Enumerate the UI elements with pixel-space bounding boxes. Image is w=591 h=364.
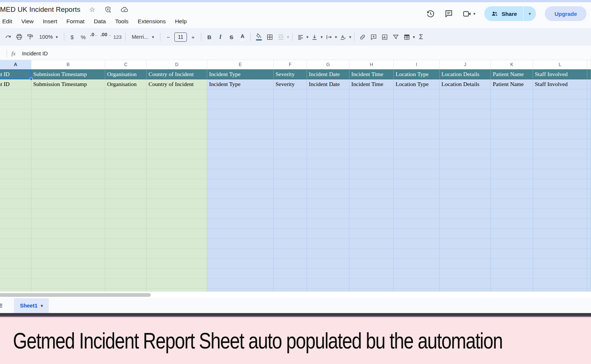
- grid-cell-B8[interactable]: [31, 139, 105, 149]
- merge-cells-button[interactable]: [276, 32, 286, 42]
- grid-cell-E3[interactable]: [207, 89, 274, 99]
- formula-input[interactable]: Incident ID: [22, 51, 48, 56]
- grid-cell-H21[interactable]: [349, 269, 394, 279]
- column-header-partial[interactable]: [587, 60, 591, 69]
- grid-cell-F12[interactable]: [274, 179, 307, 189]
- grid-cell-L8[interactable]: [533, 139, 587, 149]
- grid-cell-F20[interactable]: [274, 259, 307, 269]
- grid-cell-E21[interactable]: [207, 269, 274, 279]
- grid-cell-L6[interactable]: [533, 119, 587, 129]
- grid-cell-D14[interactable]: [147, 199, 207, 209]
- grid-cell-G14[interactable]: [307, 199, 349, 209]
- vertical-align-button[interactable]: [310, 32, 320, 42]
- grid-cell-K9[interactable]: [491, 149, 533, 159]
- grid-cell-D21[interactable]: [147, 269, 207, 279]
- grid-cell-B13[interactable]: [31, 189, 105, 199]
- grid-cell-K4[interactable]: [491, 99, 533, 109]
- grid-cell-I8[interactable]: [394, 139, 440, 149]
- grid-cell-I16[interactable]: [394, 219, 440, 229]
- grid-cell-C8[interactable]: [105, 139, 147, 149]
- menu-help[interactable]: Help: [174, 17, 188, 25]
- grid-cell-K16[interactable]: [491, 219, 533, 229]
- grid-cell-E2[interactable]: Incident Type: [207, 79, 274, 89]
- grid-cell-A19[interactable]: [0, 249, 31, 259]
- borders-button[interactable]: [265, 32, 275, 42]
- grid-cell-K3[interactable]: [491, 89, 533, 99]
- grid-cell-G7[interactable]: [307, 129, 349, 139]
- grid-cell-F9[interactable]: [274, 149, 307, 159]
- text-rotation-button[interactable]: [338, 32, 348, 42]
- grid-cell-C21[interactable]: [105, 269, 147, 279]
- grid-cell-A11[interactable]: [0, 169, 31, 179]
- upgrade-button[interactable]: Upgrade: [545, 6, 587, 21]
- comment-history-icon[interactable]: [444, 9, 454, 18]
- column-header-L[interactable]: L: [533, 60, 587, 69]
- grid-cell-M9[interactable]: [587, 149, 591, 159]
- grid-cell-G1[interactable]: Incident Date: [307, 69, 349, 79]
- grid-cell-J16[interactable]: [440, 219, 491, 229]
- grid-cell-D15[interactable]: [147, 209, 207, 219]
- grid-cell-M15[interactable]: [587, 209, 591, 219]
- grid-cell-G20[interactable]: [307, 259, 349, 269]
- grid-cell-J18[interactable]: [440, 239, 491, 249]
- grid-cell-K12[interactable]: [491, 179, 533, 189]
- grid-cell-F18[interactable]: [274, 239, 307, 249]
- share-caret-button[interactable]: ▾: [523, 6, 536, 21]
- grid-cell-K11[interactable]: [491, 169, 533, 179]
- grid-cell-G13[interactable]: [307, 189, 349, 199]
- fill-color-button[interactable]: [254, 32, 264, 42]
- grid-cell-I5[interactable]: [394, 109, 440, 119]
- text-wrap-caret-icon[interactable]: ▾: [335, 35, 337, 39]
- grid-cell-E19[interactable]: [207, 249, 274, 259]
- grid-cell-C22[interactable]: [105, 279, 147, 289]
- grid-cell-A4[interactable]: [0, 99, 31, 109]
- grid-cell-K14[interactable]: [491, 199, 533, 209]
- grid-cell-G18[interactable]: [307, 239, 349, 249]
- grid-cell-H15[interactable]: [349, 209, 394, 219]
- grid-cell-A8[interactable]: [0, 139, 31, 149]
- grid-cell-G11[interactable]: [307, 169, 349, 179]
- grid-cell-I20[interactable]: [394, 259, 440, 269]
- zoom-selector[interactable]: 100% ▾: [36, 32, 61, 42]
- grid-cell-E16[interactable]: [207, 219, 274, 229]
- format-percent-button[interactable]: %: [78, 32, 88, 42]
- grid-cell-B9[interactable]: [31, 149, 105, 159]
- grid-cell-C10[interactable]: [105, 159, 147, 169]
- grid-cell-L7[interactable]: [533, 129, 587, 139]
- grid-cell-A2[interactable]: Incident ID: [0, 79, 31, 89]
- grid-cell-F5[interactable]: [274, 109, 307, 119]
- grid-cell-L2[interactable]: Staff Involved: [533, 79, 587, 89]
- grid-cell-E11[interactable]: [207, 169, 274, 179]
- grid-cell-K20[interactable]: [491, 259, 533, 269]
- grid-cell-K7[interactable]: [491, 129, 533, 139]
- grid-cell-M8[interactable]: [587, 139, 591, 149]
- grid-cell-B7[interactable]: [31, 129, 105, 139]
- grid-cell-G2[interactable]: Incident Date: [307, 79, 349, 89]
- column-header-G[interactable]: G: [307, 60, 349, 69]
- decrease-decimal-button[interactable]: .0←: [89, 32, 99, 42]
- more-formats-button[interactable]: 123: [112, 32, 122, 42]
- grid-cell-I12[interactable]: [394, 179, 440, 189]
- grid-cell-F10[interactable]: [274, 159, 307, 169]
- grid-cell-I23[interactable]: [394, 289, 440, 292]
- grid-cell-H14[interactable]: [349, 199, 394, 209]
- insert-comment-button[interactable]: [369, 32, 379, 42]
- grid-cell-A18[interactable]: [0, 239, 31, 249]
- increase-decimal-button[interactable]: .00→: [100, 32, 112, 42]
- grid-cell-H6[interactable]: [349, 119, 394, 129]
- column-header-C[interactable]: C: [105, 60, 147, 69]
- grid-cell-J15[interactable]: [440, 209, 491, 219]
- grid-cell-L5[interactable]: [533, 109, 587, 119]
- grid-cell-D19[interactable]: [147, 249, 207, 259]
- grid-cell-A7[interactable]: [0, 129, 31, 139]
- grid-cell-D7[interactable]: [147, 129, 207, 139]
- grid-cell-M16[interactable]: [587, 219, 591, 229]
- grid-cell-L21[interactable]: [533, 269, 587, 279]
- grid-cell-K1[interactable]: Patient Name: [491, 69, 533, 79]
- grid-cell-M3[interactable]: [587, 89, 591, 99]
- menu-insert[interactable]: Insert: [41, 17, 59, 25]
- grid-cell-K19[interactable]: [491, 249, 533, 259]
- grid-cell-L9[interactable]: [533, 149, 587, 159]
- horizontal-scrollbar-thumb[interactable]: [0, 293, 151, 297]
- grid-cell-M6[interactable]: [587, 119, 591, 129]
